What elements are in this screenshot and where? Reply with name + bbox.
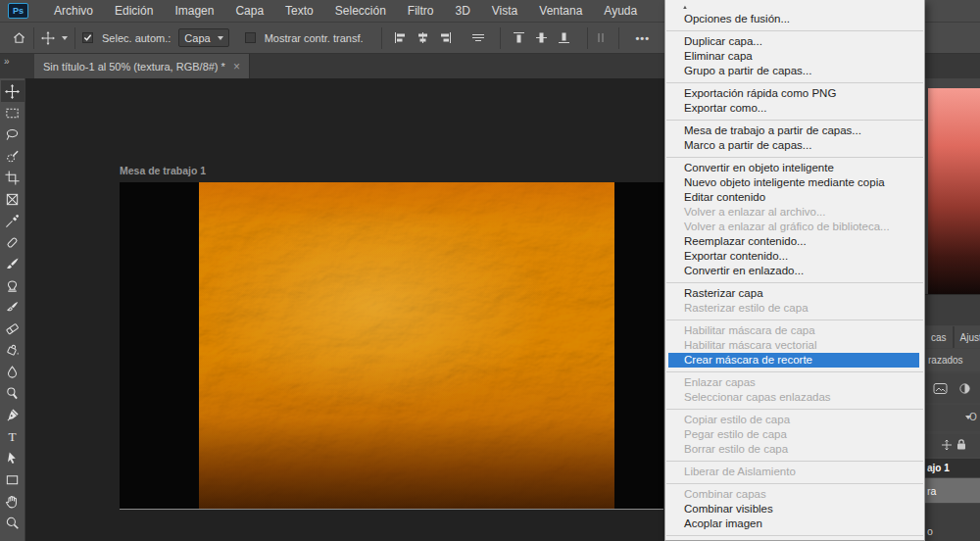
menubar-item[interactable]: 3D (444, 0, 480, 22)
frame-icon (5, 192, 20, 207)
context-menu-item[interactable]: Exportar como... (665, 101, 924, 116)
context-menu-separator (666, 535, 923, 536)
auto-select-checkbox[interactable] (82, 32, 93, 43)
context-menu-item[interactable]: Reemplazar contenido... (665, 234, 924, 249)
artboard-layer-row-partial[interactable]: ajo 1 (925, 459, 980, 477)
auto-select-target-dropdown[interactable]: Capa (178, 28, 228, 47)
adjustment-layer-filter-icon[interactable] (958, 382, 971, 395)
zoom-tool[interactable] (1, 512, 24, 533)
menubar-item[interactable]: Selección (324, 0, 397, 22)
paint-bucket-tool[interactable] (1, 339, 24, 361)
menubar-item[interactable]: Ventana (528, 0, 593, 22)
menubar-item[interactable]: Filtro (397, 0, 445, 22)
align-center-horizontal-icon[interactable] (416, 31, 429, 44)
context-menu-item[interactable]: Nuevo objeto inteligente mediante copia (665, 175, 924, 190)
auto-select-label: Selec. autom.: (102, 32, 171, 44)
rectangular-marquee-tool[interactable] (1, 102, 24, 123)
align-left-icon[interactable] (394, 31, 407, 44)
crop-tool[interactable] (1, 167, 24, 188)
color-picker-gradient[interactable] (928, 88, 980, 294)
gold-texture-layer[interactable] (199, 182, 614, 509)
show-transform-checkbox[interactable] (245, 32, 256, 43)
artboard[interactable] (120, 182, 663, 510)
spot-healing-brush-tool[interactable] (1, 231, 24, 253)
eyedropper-tool[interactable] (1, 210, 24, 231)
context-menu-item[interactable]: Marco a partir de capas... (665, 138, 924, 153)
context-menu-item[interactable]: Mesa de trabajo a partir de capas... (665, 123, 924, 138)
context-menu-item[interactable]: Convertir en objeto inteligente (665, 161, 924, 175)
lock-position-icon[interactable] (941, 439, 953, 451)
panel-tab-ajustes[interactable]: Ajustes (955, 326, 980, 348)
blur-drop-icon (5, 365, 20, 379)
type-tool[interactable]: T (1, 425, 24, 447)
pen-tool[interactable] (1, 404, 24, 425)
tool-preset-chevron-icon[interactable] (62, 36, 68, 40)
align-right-icon[interactable] (439, 31, 452, 44)
history-brush-tool[interactable] (1, 296, 24, 318)
svg-text:T: T (8, 429, 16, 444)
layer-filter-row (925, 373, 980, 403)
move-tool-preset-icon[interactable] (41, 31, 55, 45)
quick-selection-tool[interactable] (1, 145, 24, 167)
eraser-tool[interactable] (1, 318, 24, 339)
frame-tool[interactable] (1, 188, 24, 210)
context-menu-item[interactable]: Duplicar capa... (665, 34, 924, 49)
collapse-panels-icon[interactable]: » (4, 56, 9, 67)
context-menu-item[interactable]: Eliminar capa (665, 49, 924, 64)
context-menu-item[interactable]: Convertir en enlazado... (665, 264, 924, 278)
layer-context-menu: ▲ Opciones de fusión...Duplicar capa...E… (664, 0, 925, 541)
menubar-item[interactable]: Imagen (164, 0, 224, 22)
context-menu-item[interactable]: Grupo a partir de capas... (665, 64, 924, 78)
menubar-item[interactable]: Texto (274, 0, 324, 22)
pixel-layer-filter-icon[interactable] (933, 382, 948, 395)
context-menu-separator (666, 483, 923, 484)
context-menu-item[interactable]: Rasterizar capa (665, 286, 924, 301)
menubar-item[interactable]: Vista (481, 0, 528, 22)
distribute-spacing-icon[interactable] (595, 31, 607, 44)
pen-icon (5, 408, 20, 422)
distribute-vertical-centers-icon[interactable] (535, 31, 548, 44)
blur-tool[interactable] (1, 361, 24, 382)
more-options-button[interactable]: ••• (636, 32, 651, 44)
context-menu-item[interactable]: Exportación rápida como PNG (665, 86, 924, 101)
brush-tool[interactable] (1, 253, 24, 274)
move-tool[interactable] (1, 80, 24, 102)
context-menu-item[interactable]: Editar contenido (665, 190, 924, 205)
rectangle-shape-tool[interactable] (1, 468, 24, 490)
paint-bucket-icon (5, 343, 20, 358)
context-menu-item[interactable]: Exportar contenido... (665, 249, 924, 264)
panel-tab-partial[interactable]: cas (925, 326, 953, 348)
history-brush-icon (5, 300, 20, 315)
distribute-top-edges-icon[interactable] (513, 31, 525, 44)
clone-stamp-tool[interactable] (1, 274, 24, 296)
artboard-label[interactable]: Mesa de trabajo 1 (120, 165, 206, 176)
distribute-horizontal-icon[interactable] (470, 31, 486, 44)
path-selection-tool[interactable] (1, 447, 24, 468)
lock-all-icon[interactable] (956, 438, 967, 451)
menubar-item[interactable]: Ayuda (593, 0, 648, 22)
menubar-item[interactable]: Archivo (43, 0, 104, 22)
context-menu-item[interactable]: Opciones de fusión... (665, 12, 924, 26)
context-menu-item: Borrar estilo de capa (665, 442, 924, 457)
home-icon[interactable] (12, 30, 26, 45)
healing-brush-icon (5, 235, 20, 250)
paths-tab-partial[interactable]: razados (925, 349, 980, 371)
dodge-tool[interactable] (1, 382, 24, 404)
context-menu-item[interactable]: Crear máscara de recorte (668, 353, 919, 368)
background-layer-row-partial[interactable]: o (925, 504, 980, 541)
menubar-item[interactable]: Edición (104, 0, 164, 22)
menubar-item[interactable]: Capa (224, 0, 274, 22)
context-menu-separator (666, 461, 923, 462)
menu-scroll-up[interactable]: ▲ (665, 1, 924, 12)
distribute-bottom-edges-icon[interactable] (558, 31, 570, 44)
hand-tool[interactable] (1, 490, 24, 512)
context-menu-item[interactable]: Combinar visibles (665, 502, 924, 516)
document-tab[interactable]: Sin título-1 al 50% (textura, RGB/8#) * … (34, 54, 250, 78)
close-tab-icon[interactable]: × (233, 60, 240, 74)
context-menu-item[interactable]: Acoplar imagen (665, 516, 924, 531)
lasso-tool[interactable] (1, 123, 24, 145)
selected-layer-row-partial[interactable]: ra (925, 478, 980, 503)
context-menu-item: Liberar de Aislamiento (665, 465, 924, 479)
clone-stamp-icon (5, 278, 20, 293)
move-icon (5, 84, 20, 99)
